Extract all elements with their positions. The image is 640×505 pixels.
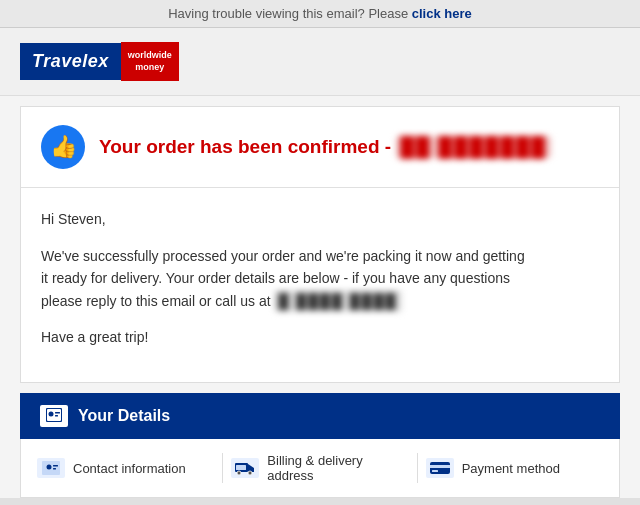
info-item-contact: Contact information (37, 458, 214, 478)
body-paragraph: We've successfully processed your order … (41, 245, 599, 312)
svg-point-6 (47, 465, 52, 470)
greeting: Hi Steven, (41, 208, 599, 230)
svg-rect-15 (430, 465, 450, 468)
confirmation-header: 👍 Your order has been confirmed - ██ ███… (21, 107, 619, 188)
email-body: 👍 Your order has been confirmed - ██ ███… (20, 106, 620, 383)
svg-rect-8 (53, 468, 56, 470)
svg-rect-3 (55, 412, 60, 414)
payment-label: Payment method (462, 461, 560, 476)
svg-marker-10 (248, 464, 254, 472)
your-details-bar: Your Details (20, 393, 620, 439)
closing-text: Have a great trip! (41, 326, 599, 348)
svg-rect-13 (236, 465, 246, 470)
order-id: ██ ███████ (396, 136, 550, 158)
details-icon (40, 405, 68, 427)
info-item-billing: Billing & delivery address (231, 453, 408, 483)
top-bar: Having trouble viewing this email? Pleas… (0, 0, 640, 28)
logo-worldwide: worldwide money (121, 42, 179, 81)
confirmation-title-text: Your order has been confirmed - (99, 136, 396, 157)
info-divider-1 (222, 453, 223, 483)
svg-rect-7 (53, 465, 58, 467)
logo-container: Travelex worldwide money (20, 42, 180, 81)
top-bar-message: Having trouble viewing this email? Pleas… (168, 6, 412, 21)
info-row: Contact information Billing & delivery a… (20, 439, 620, 498)
billing-label: Billing & delivery address (267, 453, 408, 483)
svg-rect-16 (432, 470, 438, 472)
click-here-link[interactable]: click here (412, 6, 472, 21)
email-header: Travelex worldwide money (0, 28, 640, 96)
logo-travelex: Travelex (20, 43, 121, 80)
your-details-title: Your Details (78, 407, 170, 425)
svg-point-12 (248, 471, 252, 475)
email-container: Travelex worldwide money 👍 Your order ha… (0, 28, 640, 498)
contact-icon (37, 458, 65, 478)
info-item-payment: Payment method (426, 458, 603, 478)
thumbs-up-icon: 👍 (41, 125, 85, 169)
svg-point-2 (49, 411, 54, 416)
phone-number: █ ████ ████ (274, 290, 401, 312)
confirmation-title-area: Your order has been confirmed - ██ █████… (99, 136, 551, 158)
info-divider-2 (417, 453, 418, 483)
payment-card-icon (426, 458, 454, 478)
svg-point-11 (237, 471, 241, 475)
contact-label: Contact information (73, 461, 186, 476)
email-text-area: Hi Steven, We've successfully processed … (21, 188, 619, 382)
svg-rect-4 (55, 415, 58, 417)
truck-icon (231, 458, 259, 478)
